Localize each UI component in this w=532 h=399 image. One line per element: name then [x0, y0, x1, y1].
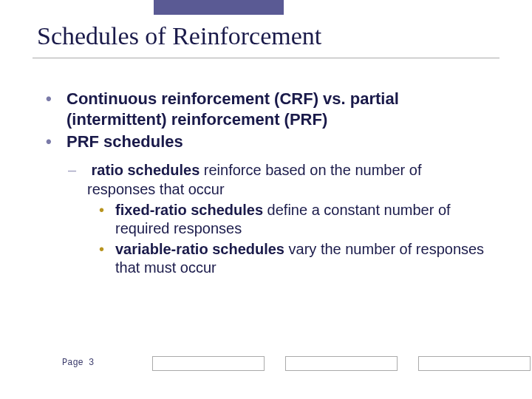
content-area: • Continuous reinforcement (CRF) vs. par…	[46, 89, 489, 278]
bullet-dot-icon: •	[99, 201, 104, 220]
bullet-bold: fixed-ratio schedules	[115, 202, 263, 218]
bullet-level1: • PRF schedules	[46, 132, 489, 152]
footer-bars	[152, 356, 531, 371]
bullet-bold: variable-ratio schedules	[115, 241, 284, 257]
bullet-dot-icon: •	[46, 89, 52, 109]
dash-icon: –	[68, 161, 76, 180]
bullet-dot-icon: •	[99, 240, 104, 259]
bullet-level3: • fixed-ratio schedules define a constan…	[46, 201, 489, 239]
bullet-bold: ratio schedules	[92, 162, 200, 178]
header-accent-bar	[154, 0, 284, 15]
footer-bar	[285, 356, 398, 371]
bullet-level3: • variable-ratio schedules vary the numb…	[46, 240, 489, 278]
footer-bar	[152, 356, 265, 371]
slide-title: Schedules of Reinforcement	[37, 22, 321, 50]
title-underline	[33, 58, 499, 58]
footer-bar	[418, 356, 531, 371]
bullet-text: Continuous reinforcement (CRF) vs. parti…	[66, 89, 399, 129]
bullet-level1: • Continuous reinforcement (CRF) vs. par…	[46, 89, 489, 130]
bullet-level2: – ratio schedules reinforce based on the…	[46, 161, 489, 199]
bullet-dot-icon: •	[46, 132, 52, 152]
page-number-label: Page 3	[62, 358, 94, 368]
bullet-text: PRF schedules	[66, 132, 183, 151]
